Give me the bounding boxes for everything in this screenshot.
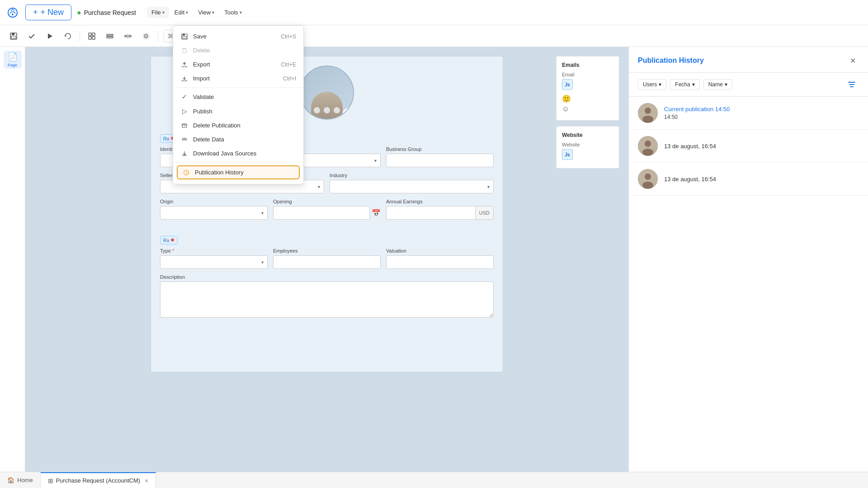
menu-bar: File ▾ Edit ▾ View ▾ Tools ▾: [147, 7, 246, 18]
doc-tab-icon: ⊞: [48, 477, 53, 484]
industry-select[interactable]: ▾: [330, 180, 494, 193]
pub-info-1: Current publication 14:50 14:50: [664, 106, 859, 120]
edit-chevron-icon: ▾: [186, 10, 188, 15]
pub-title-1: Current publication 14:50: [664, 106, 859, 113]
pub-item-1[interactable]: Current publication 14:50 14:50: [629, 97, 868, 130]
opening-field: Opening 📅: [273, 199, 381, 220]
svg-point-0: [12, 14, 14, 15]
avatar-dots: [314, 107, 340, 113]
play-toolbar-button[interactable]: [42, 28, 58, 44]
form-fields-row3: Origin ▾ Opening 📅: [160, 199, 494, 220]
view-chevron-icon: ▾: [212, 10, 214, 15]
menu-delete-data[interactable]: Delete Data: [173, 132, 303, 146]
type-chevron-icon: ▾: [261, 260, 264, 265]
calendar-icon[interactable]: 📅: [372, 209, 381, 217]
valuation-field: Valuation: [386, 248, 494, 269]
delete-data-icon: [180, 136, 189, 143]
menu-edit[interactable]: Edit ▾: [170, 7, 193, 18]
save-shortcut: Ctrl+S: [281, 33, 296, 40]
svg-rect-10: [107, 37, 113, 38]
new-button-label: + New: [41, 8, 64, 17]
pub-item-2[interactable]: 13 de august, 16:54: [629, 130, 868, 163]
menu-export[interactable]: Export Ctrl+E: [173, 57, 303, 71]
seller-chevron-icon: ▾: [318, 184, 320, 189]
connections-toolbar-button[interactable]: [120, 28, 136, 44]
valuation-input[interactable]: [386, 255, 494, 269]
settings-toolbar-button[interactable]: [138, 28, 154, 44]
svg-rect-6: [92, 33, 95, 36]
delete-icon: [180, 47, 189, 54]
svg-point-11: [125, 35, 127, 37]
status-dot: ●: [77, 9, 81, 17]
svg-rect-36: [182, 37, 187, 38]
refresh-toolbar-button[interactable]: [60, 28, 76, 44]
fecha-filter-button[interactable]: Fecha ▾: [670, 79, 699, 90]
panel-header: Publication History ✕: [629, 47, 868, 73]
menu-download-java[interactable]: Download Java Sources: [173, 146, 303, 160]
menu-publish[interactable]: ▷ Publish: [173, 104, 303, 118]
tab-close-button[interactable]: ×: [145, 477, 148, 484]
left-sidebar: 📄 Page: [0, 47, 25, 472]
home-tab[interactable]: 🏠 Home: [0, 472, 41, 488]
file-group-2: ✓ Validate ▷ Publish Delete Publication …: [173, 88, 303, 163]
menu-view[interactable]: View ▾: [193, 7, 219, 18]
business-group-field: Business Group: [386, 146, 494, 167]
opening-input[interactable]: [273, 206, 370, 220]
website-panel: Website Website Js: [556, 126, 619, 169]
avatar-edit-button[interactable]: ⊕: [342, 108, 353, 119]
menu-delete: Delete: [173, 43, 303, 57]
users-filter-button[interactable]: Users ▾: [638, 79, 666, 90]
pub-avatar-1: [638, 103, 658, 123]
origin-field: Origin ▾: [160, 199, 268, 220]
pub-info-3: 13 de august, 16:54: [664, 176, 859, 183]
annual-earnings-field: Annual Earnings USD: [386, 199, 494, 220]
menu-file[interactable]: File ▾: [147, 7, 169, 18]
form-fields-row4: Type * ▾ Employees Valuation: [160, 248, 494, 269]
name-filter-button[interactable]: Name ▾: [703, 79, 732, 90]
origin-select[interactable]: ▾: [160, 206, 268, 220]
website-js-badge: Js: [562, 149, 573, 160]
svg-point-32: [645, 174, 651, 180]
sidebar-item-page[interactable]: 📄 Page: [4, 51, 22, 69]
download-icon: [180, 150, 189, 157]
menu-save[interactable]: Save Ctrl+S: [173, 29, 303, 43]
export-icon: [180, 61, 189, 68]
grid-toolbar-button[interactable]: [84, 28, 100, 44]
new-button[interactable]: + + New: [25, 5, 71, 20]
svg-rect-37: [183, 49, 186, 53]
pub-item-3[interactable]: 13 de august, 16:54: [629, 163, 868, 196]
svg-point-26: [645, 108, 651, 114]
menu-validate[interactable]: ✓ Validate: [173, 89, 303, 104]
canvas-right-panels: Emails Email Js 🙂 ☺ Website Website Js: [556, 56, 619, 174]
menu-delete-publication[interactable]: Delete Publication: [173, 118, 303, 132]
panel-title: Publication History: [638, 56, 704, 65]
menu-tools[interactable]: Tools ▾: [220, 7, 246, 18]
description-textarea[interactable]: [160, 282, 494, 318]
type-field: Type * ▾: [160, 248, 268, 269]
history-icon: [182, 169, 190, 176]
doc-tab[interactable]: ⊞ Purchase Request (AccountCM) ×: [41, 472, 156, 488]
layers-toolbar-button[interactable]: [102, 28, 118, 44]
business-group-input[interactable]: [386, 154, 494, 167]
canvas-area: ⊕ Rx ✱ Identification *: [25, 47, 628, 472]
menu-import[interactable]: Import Ctrl+I: [173, 71, 303, 85]
employees-input[interactable]: [273, 255, 381, 269]
users-chevron-icon: ▾: [659, 81, 661, 88]
check-toolbar-button[interactable]: [24, 28, 40, 44]
home-icon: 🏠: [7, 477, 14, 483]
file-dropdown-menu: Save Ctrl+S Delete Export Ctrl+E Import …: [173, 25, 304, 184]
svg-rect-35: [183, 34, 185, 36]
menu-publication-history[interactable]: Publication History: [177, 165, 300, 179]
avatar-silhouette: [311, 92, 343, 120]
type-select[interactable]: ▾: [160, 255, 268, 269]
description-field: Description: [160, 274, 494, 318]
annual-earnings-input[interactable]: [387, 210, 475, 216]
filter-icon-button[interactable]: [844, 77, 859, 92]
app-logo[interactable]: [5, 5, 20, 20]
origin-chevron-icon: ▾: [261, 211, 264, 216]
save-toolbar-button[interactable]: [5, 28, 22, 44]
close-panel-button[interactable]: ✕: [846, 54, 859, 67]
svg-rect-7: [89, 37, 91, 39]
pub-info-2: 13 de august, 16:54: [664, 143, 859, 150]
main-layout: 📄 Page ⊕: [0, 47, 868, 472]
